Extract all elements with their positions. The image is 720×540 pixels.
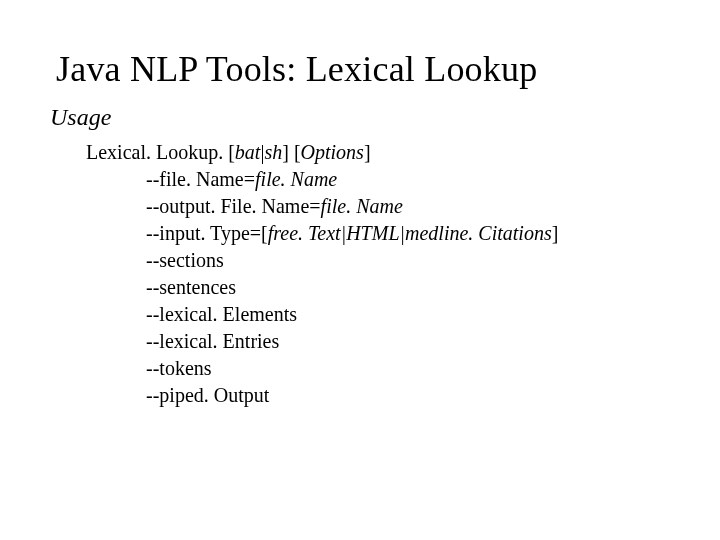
option-flag: --file. Name=: [146, 168, 255, 190]
usage-label: Usage: [50, 104, 672, 131]
options-list: --file. Name=file. Name--output. File. N…: [146, 166, 672, 409]
command-sh: sh: [264, 141, 282, 163]
option-line: --output. File. Name=file. Name: [146, 193, 672, 220]
option-flag: --input. Type=[: [146, 222, 268, 244]
option-suffix: ]: [552, 222, 559, 244]
option-line: --lexical. Elements: [146, 301, 672, 328]
option-flag: --output. File. Name=: [146, 195, 321, 217]
option-line: --lexical. Entries: [146, 328, 672, 355]
option-value: file. Name: [255, 168, 337, 190]
option-flag: --sections: [146, 249, 224, 271]
command-suffix-open: [: [223, 141, 235, 163]
command-suffix-end: ]: [364, 141, 371, 163]
option-line: --file. Name=file. Name: [146, 166, 672, 193]
option-flag: --lexical. Entries: [146, 330, 279, 352]
slide-title: Java NLP Tools: Lexical Lookup: [56, 48, 672, 90]
option-flag: --lexical. Elements: [146, 303, 297, 325]
command-name: Lexical. Lookup.: [86, 141, 223, 163]
command-suffix-close: ] [: [282, 141, 300, 163]
command-bat: bat: [235, 141, 261, 163]
option-line: --tokens: [146, 355, 672, 382]
option-flag: --piped. Output: [146, 384, 269, 406]
option-line: --sentences: [146, 274, 672, 301]
option-line: --sections: [146, 247, 672, 274]
option-value: free. Text|HTML|medline. Citations: [268, 222, 552, 244]
option-line: --piped. Output: [146, 382, 672, 409]
option-line: --input. Type=[free. Text|HTML|medline. …: [146, 220, 672, 247]
command-line: Lexical. Lookup. [bat|sh] [Options]: [86, 139, 672, 166]
command-options: Options: [301, 141, 364, 163]
option-value: file. Name: [321, 195, 403, 217]
option-flag: --tokens: [146, 357, 212, 379]
option-flag: --sentences: [146, 276, 236, 298]
